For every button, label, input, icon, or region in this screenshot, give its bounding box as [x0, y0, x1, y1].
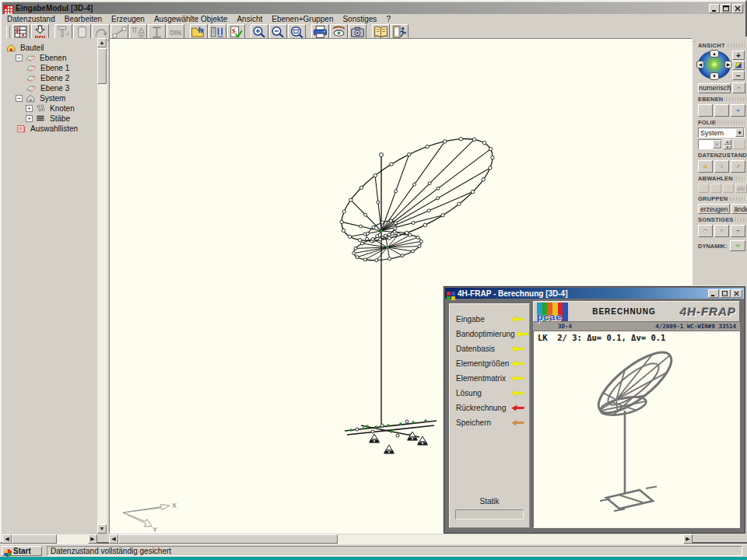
step-arrow-icon — [510, 345, 524, 353]
layer-icon — [25, 53, 37, 63]
toolbar-grip[interactable] — [6, 26, 10, 40]
tree-item-label: Ebene 2 — [40, 74, 69, 82]
menu-sonstiges[interactable]: Sonstiges — [338, 15, 381, 23]
section-abwahlen: ABWAHLEN — [698, 175, 733, 182]
numbering-button[interactable]: 123 — [731, 225, 745, 237]
check-state-button[interactable] — [714, 160, 729, 173]
gruppen-ndern-button[interactable]: ändern — [731, 204, 747, 214]
deselect-members-button — [710, 184, 721, 193]
start-button[interactable]: Start — [2, 546, 42, 556]
scroll-thumb[interactable] — [97, 48, 107, 84]
version-label: 4/2009-1 WC-WIN#8 33514 — [655, 323, 736, 330]
step-label: Elementmatrix — [456, 374, 510, 383]
folie-select[interactable]: System ▼ — [698, 128, 745, 138]
canvas-horizontal-scrollbar[interactable]: ◀ ▶ — [109, 534, 693, 544]
view-rotate-sphere[interactable]: ▲ ▼ ◀ ▶ — [698, 51, 731, 79]
arrow-right-icon — [736, 106, 740, 115]
start-label: Start — [13, 547, 31, 555]
tree-item-ebene-1[interactable]: Ebene 1 — [2, 63, 97, 73]
scroll-up-arrow[interactable]: ▲ — [97, 38, 107, 47]
collapse-icon[interactable]: − — [16, 54, 23, 61]
rotate-down-button[interactable]: ▼ — [710, 72, 719, 80]
rotate-right-button[interactable]: ▶ — [724, 61, 732, 68]
tree-item-knoten[interactable]: +Knoten — [2, 103, 97, 114]
ebene-edit-button[interactable] — [714, 104, 729, 117]
scroll-left-arrow[interactable]: ◀ — [109, 534, 118, 544]
main-titlebar[interactable]: EingabeModul [3D-4] — [2, 2, 745, 14]
step-arrow-icon — [510, 418, 524, 427]
expand-icon[interactable]: + — [26, 115, 33, 122]
calculation-output: pcae BERECHNUNG 4H-FRAP 3D-4 4/2009-1 WC… — [533, 301, 740, 528]
dynamik-button[interactable] — [730, 240, 746, 251]
rotate-left-button[interactable]: ◀ — [696, 61, 704, 68]
scroll-thumb[interactable] — [118, 534, 338, 544]
tree-item-ebene-3[interactable]: Ebene 3 — [2, 83, 97, 93]
menu-erzeugen[interactable]: Erzeugen — [107, 15, 149, 23]
ebene-next-button[interactable] — [731, 104, 745, 117]
step-arrow-icon — [510, 359, 524, 368]
load-state-button[interactable] — [698, 160, 713, 173]
folie-spinner[interactable]: ▲▼ — [724, 139, 731, 149]
tree-item-system[interactable]: −System — [2, 93, 97, 103]
liste-icon — [16, 124, 28, 134]
menu-datenzustand[interactable]: Datenzustand — [2, 15, 60, 23]
scroll-down-arrow[interactable]: ▼ — [97, 524, 107, 534]
menu-ebenen-gruppen[interactable]: Ebenen+Gruppen — [267, 15, 338, 23]
model-label: 3D-4 — [558, 323, 572, 330]
menu-ansicht[interactable]: Ansicht — [232, 15, 267, 23]
tree-vertical-scrollbar[interactable]: ▲ ▼ — [97, 38, 107, 534]
tree-item-stäbe[interactable]: +Stäbe — [2, 114, 97, 124]
tree-item-label: Stäbe — [50, 114, 70, 123]
scroll-right-arrow[interactable]: ▶ — [88, 534, 97, 544]
tree-item-bauteil[interactable]: Bauteil — [2, 43, 97, 53]
calc-step-speichern: Speichern — [450, 415, 529, 430]
dialog-minimize-button[interactable] — [708, 289, 719, 298]
scroll-right-arrow[interactable]: ▶ — [683, 534, 693, 544]
scroll-thumb[interactable] — [12, 534, 57, 544]
clipboard-button[interactable] — [698, 225, 713, 237]
tree-item-label: Ebene 1 — [40, 64, 69, 72]
berechnung-title: BERECHNUNG — [568, 307, 680, 316]
dialog-maximize-button[interactable] — [720, 289, 731, 298]
version-strip: 3D-4 4/2009-1 WC-WIN#8 33514 — [533, 322, 740, 331]
taskbar-status: Datenzustand vollständig gesichert — [47, 546, 742, 556]
scroll-left-arrow[interactable]: ◀ — [2, 534, 12, 544]
save-view-button[interactable] — [732, 82, 745, 93]
plane-icon — [703, 106, 707, 115]
close-button[interactable] — [732, 4, 743, 13]
menu-bearbeiten[interactable]: Bearbeiten — [60, 15, 107, 23]
step-label: Lösung — [456, 389, 510, 397]
tree-item-ebenen[interactable]: −Ebenen — [2, 53, 97, 63]
expand-icon[interactable]: + — [26, 105, 33, 112]
tree-horizontal-scrollbar[interactable]: ◀ ▶ — [2, 534, 97, 544]
ebene-show-button[interactable] — [698, 104, 713, 117]
calc-step-elementgrößen: Elementgrößen — [450, 356, 529, 371]
menu-?[interactable]: ? — [381, 15, 395, 23]
zoom-minus-button[interactable]: − — [732, 71, 745, 80]
calc-step-datenbasis: Datenbasis — [450, 341, 529, 356]
display-options-button[interactable] — [714, 225, 729, 237]
tree-item-ebene-2[interactable]: Ebene 2 — [2, 73, 97, 83]
numerisch-button[interactable]: numerisch — [698, 83, 731, 93]
dialog-titlebar[interactable]: 4H-FRAP - Berechnung [3D-4] — [445, 288, 744, 299]
purge-state-button[interactable] — [731, 160, 745, 173]
tree-item-auswahllisten[interactable]: Auswahllisten — [2, 124, 97, 134]
desktop: EingabeModul [3D-4] DatenzustandBearbeit… — [0, 0, 747, 560]
pcae-logo: pcae — [537, 303, 568, 321]
rotate-up-button[interactable]: ▲ — [710, 50, 719, 58]
folie-value: System — [699, 129, 735, 137]
zoom-plus-button[interactable]: + — [732, 51, 745, 60]
step-arrow-icon — [510, 315, 524, 324]
folder-open-icon — [703, 162, 707, 171]
gruppen-erzeugen-button[interactable]: erzeugen — [698, 204, 730, 214]
chevron-down-icon[interactable]: ▼ — [735, 128, 744, 137]
calculation-steps-panel: EingabeBandoptimierungDatenbasisElementg… — [449, 303, 530, 528]
menu-ausgew-hlte-objekte[interactable]: Ausgewählte Objekte — [149, 15, 233, 23]
tree-item-label: Ebene 3 — [40, 84, 69, 93]
maximize-button[interactable] — [721, 4, 731, 13]
calc-step-eingabe: Eingabe — [450, 312, 529, 327]
contrast-button[interactable] — [732, 61, 745, 70]
minimize-button[interactable] — [709, 4, 720, 13]
dialog-close-button[interactable] — [731, 289, 742, 298]
collapse-icon[interactable]: − — [16, 95, 23, 102]
